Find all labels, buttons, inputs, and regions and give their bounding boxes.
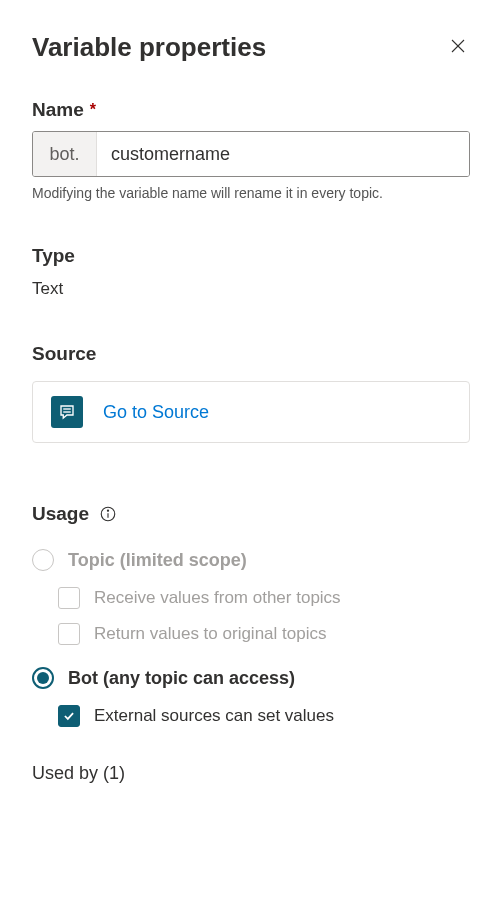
required-asterisk: *	[90, 101, 96, 119]
receive-values-label: Receive values from other topics	[94, 588, 341, 608]
usage-bot-label: Bot (any topic can access)	[68, 668, 295, 689]
return-values-label: Return values to original topics	[94, 624, 326, 644]
close-icon	[449, 37, 467, 58]
external-sources-label: External sources can set values	[94, 706, 334, 726]
usage-label: Usage	[32, 503, 89, 525]
go-to-source-link-text: Go to Source	[103, 402, 209, 423]
type-value: Text	[32, 279, 470, 299]
external-sources-row[interactable]: External sources can set values	[58, 705, 470, 727]
receive-values-checkbox	[58, 587, 80, 609]
return-values-row: Return values to original topics	[58, 623, 470, 645]
return-values-checkbox	[58, 623, 80, 645]
panel-title: Variable properties	[32, 32, 266, 63]
usage-bot-radio-row[interactable]: Bot (any topic can access)	[32, 667, 470, 689]
used-by-label: Used by (1)	[32, 763, 470, 784]
go-to-source-button[interactable]: Go to Source	[32, 381, 470, 443]
type-label: Type	[32, 245, 470, 267]
usage-topic-radio-row: Topic (limited scope)	[32, 549, 470, 571]
usage-topic-radio	[32, 549, 54, 571]
svg-point-6	[107, 510, 108, 511]
name-helper-text: Modifying the variable name will rename …	[32, 185, 470, 201]
source-label: Source	[32, 343, 470, 365]
info-icon[interactable]	[99, 505, 117, 523]
name-label-text: Name	[32, 99, 84, 121]
name-input-container: bot.	[32, 131, 470, 177]
external-sources-checkbox[interactable]	[58, 705, 80, 727]
close-button[interactable]	[446, 36, 470, 60]
name-prefix: bot.	[33, 132, 97, 176]
receive-values-row: Receive values from other topics	[58, 587, 470, 609]
chat-icon	[51, 396, 83, 428]
usage-bot-radio[interactable]	[32, 667, 54, 689]
name-input[interactable]	[97, 132, 469, 176]
usage-topic-label: Topic (limited scope)	[68, 550, 247, 571]
name-label: Name *	[32, 99, 470, 121]
